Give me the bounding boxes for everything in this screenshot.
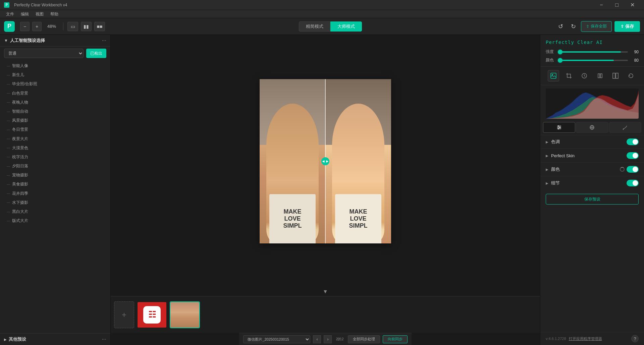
compare-tab[interactable] xyxy=(610,70,621,81)
detail-section[interactable]: ▶ 细节 xyxy=(540,176,644,190)
help-button[interactable]: ? xyxy=(631,335,639,342)
save-preset-button[interactable]: 保存预设 xyxy=(546,194,639,205)
tone-label: 色调 xyxy=(551,139,627,145)
list-item[interactable]: —花卉四季 xyxy=(0,189,110,198)
panel-collapse-arrow[interactable]: ▼ xyxy=(4,38,8,43)
list-item[interactable]: —宠物摄影 xyxy=(0,171,110,180)
save-all-button[interactable]: ⇧ 保存全部 xyxy=(581,21,612,32)
split-handle[interactable]: ◄► xyxy=(321,157,329,165)
photo-display[interactable]: MAKELOVESIMPL MAKELOVESIMPL xyxy=(260,79,391,243)
svg-rect-5 xyxy=(613,73,615,78)
redo-button[interactable]: ↻ xyxy=(568,21,578,32)
list-item[interactable]: —白色背景 xyxy=(0,89,110,98)
prev-image-button[interactable]: ‹ xyxy=(313,335,321,343)
bottom-right-actions: 全部同步处理 向前同步 xyxy=(348,335,408,343)
list-item[interactable]: —版式大片 xyxy=(0,216,110,225)
refresh-tab[interactable] xyxy=(625,70,637,81)
list-item[interactable]: —夜晚人物 xyxy=(0,98,110,107)
svg-rect-6 xyxy=(616,73,618,78)
tone-section[interactable]: ▶ 色调 xyxy=(540,135,644,149)
photo-left-half: MAKELOVESIMPL xyxy=(260,79,325,243)
thumbnail-2[interactable] xyxy=(170,301,200,328)
adjustment-tabs xyxy=(540,122,644,133)
list-item[interactable]: —智能人像 xyxy=(0,61,110,70)
brush-adj-tab[interactable] xyxy=(609,122,641,133)
crop-tab[interactable] xyxy=(563,70,575,81)
compare-view-button[interactable]: ■■ xyxy=(94,22,105,31)
perfect-skin-toggle[interactable] xyxy=(627,152,639,159)
list-item[interactable]: —枕字活力 xyxy=(0,153,110,162)
globe-adj-tab[interactable] xyxy=(576,122,608,133)
panel-more-icon[interactable]: ··· xyxy=(102,38,106,44)
zoom-in-button[interactable]: + xyxy=(32,22,42,31)
menu-edit[interactable]: 编辑 xyxy=(17,10,32,18)
split-handle-icon: ◄► xyxy=(321,159,329,164)
right-panel: Perfectly Clear AI 强度 90 颜色 80 xyxy=(540,35,644,345)
mode-switcher: 精简模式 大师模式 xyxy=(108,21,553,32)
next-image-button[interactable]: › xyxy=(324,335,332,343)
color-toggle-knob xyxy=(633,167,638,172)
expand-tab[interactable] xyxy=(594,70,606,81)
list-item[interactable]: —新生儿 xyxy=(0,70,110,79)
perfect-skin-section[interactable]: ▶ Perfect Skin xyxy=(540,149,644,162)
svg-point-12 xyxy=(559,127,560,128)
close-button[interactable]: ✕ xyxy=(625,0,640,10)
tone-toggle[interactable] xyxy=(627,138,639,145)
adjust-tab[interactable] xyxy=(579,70,590,81)
list-item[interactable]: —大漠景色 xyxy=(0,143,110,153)
minimize-button[interactable]: − xyxy=(594,0,609,10)
list-item[interactable]: —黑白大片 xyxy=(0,207,110,216)
list-item[interactable]: —智能自动 xyxy=(0,107,110,116)
bottom-bar: 微信图片_202503120015 ‹ › 2的2 全部同步处理 向前同步 xyxy=(239,333,411,345)
list-item[interactable]: —水下摄影 xyxy=(0,198,110,207)
photo-container: MAKELOVESIMPL MAKELOVESIMPL xyxy=(260,79,391,243)
perfect-skin-arrow: ▶ xyxy=(546,154,548,158)
version-text: v:4.6.1.2728 xyxy=(546,337,566,341)
detail-toggle[interactable] xyxy=(627,180,639,186)
list-item[interactable]: —美食摄影 xyxy=(0,180,110,189)
color-slider-row: 颜色 80 xyxy=(540,56,644,64)
zoom-out-button[interactable]: − xyxy=(20,22,30,31)
simple-mode-button[interactable]: 精简模式 xyxy=(299,21,330,32)
thumbnail-1[interactable]: ☷ xyxy=(137,301,167,328)
list-item[interactable]: —夜景大片 xyxy=(0,134,110,143)
single-view-button[interactable]: ▭ xyxy=(67,22,78,31)
tone-toggle-knob xyxy=(633,139,638,145)
filename-selector[interactable]: 微信图片_202503120015 xyxy=(243,335,310,343)
color-section[interactable]: ▶ 颜色 xyxy=(540,162,644,176)
color-slider[interactable] xyxy=(558,60,628,61)
master-mode-button[interactable]: 大师模式 xyxy=(330,21,362,32)
list-item[interactable]: —冬日雪景 xyxy=(0,125,110,134)
detected-button[interactable]: 已检出 xyxy=(86,49,106,58)
image-tab[interactable] xyxy=(548,70,559,81)
sync-forward-button[interactable]: 向前同步 xyxy=(383,335,408,343)
intensity-fill xyxy=(558,51,621,53)
maximize-button[interactable]: □ xyxy=(609,0,625,10)
add-photo-button[interactable]: + xyxy=(114,301,134,328)
list-item[interactable]: —毕业照/合影照 xyxy=(0,79,110,89)
window-controls: − □ ✕ xyxy=(594,0,640,10)
list-item[interactable]: —夕阳日落 xyxy=(0,162,110,171)
list-item[interactable]: —风景摄影 xyxy=(0,116,110,125)
save-button[interactable]: ⇧ 保存 xyxy=(614,21,640,32)
svg-point-11 xyxy=(558,125,559,127)
app-manager-link[interactable]: 打开应用程序管理器 xyxy=(569,336,602,341)
other-presets-section[interactable]: ▶其他预设··· xyxy=(0,333,110,345)
panel-header: ▼ 人工智能预设选择 ··· xyxy=(0,35,110,47)
undo-button[interactable]: ↺ xyxy=(555,21,566,32)
canvas-area: MAKELOVESIMPL MAKELOVESIMPL xyxy=(111,35,540,345)
process-all-button[interactable]: 全部同步处理 xyxy=(348,335,380,343)
preset-dropdown[interactable]: 普通 xyxy=(4,49,84,58)
menu-view[interactable]: 视图 xyxy=(32,10,47,18)
intensity-thumb xyxy=(558,50,562,54)
sliders-adj-tab[interactable] xyxy=(543,122,575,133)
toolbar: P − + 48% ▭ ▮▮ ■■ 精简模式 大师模式 ↺ ↻ ⇧ 保存全部 ⇧… xyxy=(0,18,644,35)
color-toggle[interactable] xyxy=(627,166,639,173)
canvas-expand-arrow[interactable]: ▼ xyxy=(321,287,329,296)
svg-point-1 xyxy=(552,74,553,75)
menu-file[interactable]: 文件 xyxy=(3,10,17,18)
menu-help[interactable]: 帮助 xyxy=(47,10,62,18)
icon-tabs-row xyxy=(540,66,644,85)
split-view-button[interactable]: ▮▮ xyxy=(81,22,92,31)
intensity-slider[interactable] xyxy=(558,51,628,53)
